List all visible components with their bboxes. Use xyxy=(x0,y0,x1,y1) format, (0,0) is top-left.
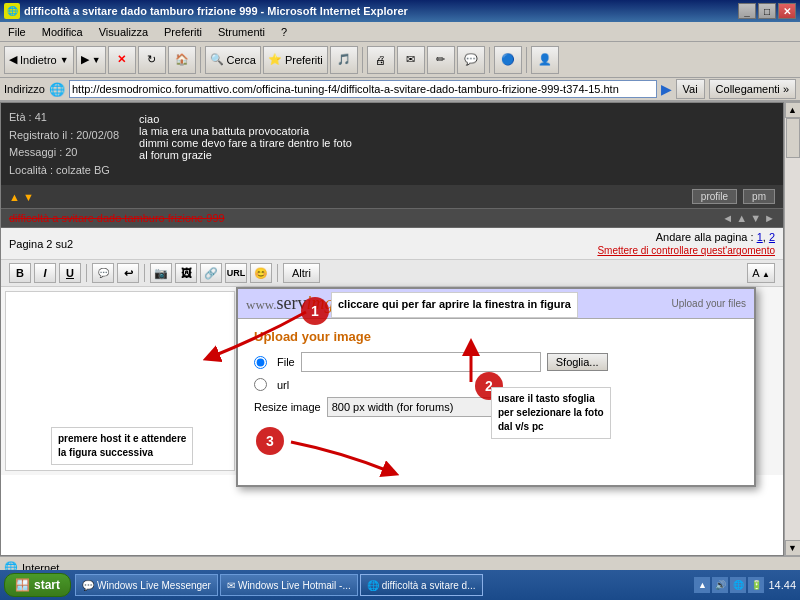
link-button[interactable]: 🔗 xyxy=(200,263,222,283)
discuss-button[interactable]: 💬 xyxy=(457,46,485,74)
italic-button[interactable]: I xyxy=(34,263,56,283)
tray-icon-4: 🔋 xyxy=(748,577,764,593)
scroll-down-button[interactable]: ▼ xyxy=(785,540,801,556)
address-globe-icon: 🌐 xyxy=(49,82,65,97)
altri-button[interactable]: Altri xyxy=(283,263,320,283)
favorites-button[interactable]: ⭐ Preferiti xyxy=(263,46,328,74)
pagination-bar: Pagina 2 su2 Andare alla pagina : 1, 2 S… xyxy=(1,228,783,260)
address-label: Indirizzo xyxy=(4,83,45,95)
sfoglia-button[interactable]: Sfoglia... xyxy=(547,353,608,371)
back-button[interactable]: ◀ Indietro ▼ xyxy=(4,46,74,74)
user-eta: Età : 41 xyxy=(9,109,119,127)
file-input[interactable] xyxy=(301,352,541,372)
address-bar: Indirizzo 🌐 ▶ Vai Collegamenti » xyxy=(0,78,800,102)
taskbar-right: ▲ 🔊 🌐 🔋 14.44 xyxy=(694,577,796,593)
page-2-link[interactable]: 2 xyxy=(769,231,775,243)
url-button[interactable]: URL xyxy=(225,263,247,283)
post-content: ciao la mia era una battuta provocatoria… xyxy=(139,109,775,179)
stop-watching-link[interactable]: Smettere di controllare quest'argomento xyxy=(597,245,775,256)
menu-help[interactable]: ? xyxy=(277,24,291,40)
image-button[interactable]: 📷 xyxy=(150,263,172,283)
underline-button[interactable]: U xyxy=(59,263,81,283)
collegamenti-arrow-icon: » xyxy=(783,83,789,95)
close-button[interactable]: ✕ xyxy=(778,3,796,19)
file-radio[interactable] xyxy=(254,356,267,369)
start-button[interactable]: 🪟 start xyxy=(4,573,71,597)
collegamenti-button[interactable]: Collegamenti » xyxy=(709,79,796,99)
minimize-button[interactable]: _ xyxy=(738,3,756,19)
ed-sep-2 xyxy=(144,264,145,282)
toolbar: ◀ Indietro ▼ ▶ ▼ ✕ ↻ 🏠 🔍 Cerca ⭐ Preferi… xyxy=(0,42,800,78)
menu-preferiti[interactable]: Preferiti xyxy=(160,24,206,40)
scroll-up-button[interactable]: ▲ xyxy=(785,102,801,118)
media-button[interactable]: 🎵 xyxy=(330,46,358,74)
nav-arrows-icon: ▲ ▼ xyxy=(9,191,34,203)
home-button[interactable]: 🏠 xyxy=(168,46,196,74)
pm-button[interactable]: pm xyxy=(743,189,775,204)
vai-button[interactable]: Vai xyxy=(676,79,705,99)
forward-button[interactable]: ▶ ▼ xyxy=(76,46,106,74)
print-button[interactable]: 🖨 xyxy=(367,46,395,74)
video-button[interactable]: 🖼 xyxy=(175,263,197,283)
bluetooth-button[interactable]: 🔵 xyxy=(494,46,522,74)
user-location: Località : colzate BG xyxy=(9,162,119,180)
maximize-button[interactable]: □ xyxy=(758,3,776,19)
vertical-scrollbar[interactable]: ▲ ▼ xyxy=(784,102,800,556)
refresh-button[interactable]: ↻ xyxy=(138,46,166,74)
editor-toolbar: B I U 💬 ↩ 📷 🖼 🔗 URL 😊 Altri A ▲ xyxy=(1,260,783,287)
user-details: Età : 41 Registrato il : 20/02/08 Messag… xyxy=(9,109,119,179)
stop-button[interactable]: ✕ xyxy=(108,46,136,74)
post-line3: al forum grazie xyxy=(139,149,775,161)
search-button[interactable]: 🔍 Cerca xyxy=(205,46,261,74)
forward-arrow-icon: ▶ xyxy=(81,53,89,66)
menu-modifica[interactable]: Modifica xyxy=(38,24,87,40)
user-messages: Messaggi : 20 xyxy=(9,144,119,162)
post-greeting: ciao xyxy=(139,113,775,125)
home-icon: 🏠 xyxy=(175,53,189,66)
edit-button[interactable]: ✏ xyxy=(427,46,455,74)
forum-title-bar: difficoltà a svitare dado tamburo frizio… xyxy=(1,208,783,228)
taskbar-item-1[interactable]: ✉ Windows Live Hotmail -... xyxy=(220,574,358,596)
taskbar-icon-0: 💬 xyxy=(82,580,94,591)
annotation-text-3: premere host it e attenderela figura suc… xyxy=(51,427,193,465)
star-icon: ⭐ xyxy=(268,53,282,66)
address-input[interactable] xyxy=(69,80,657,98)
taskbar-icon-1: ✉ xyxy=(227,580,235,591)
back-dropdown-arrow: ▼ xyxy=(60,55,69,65)
menu-strumenti[interactable]: Strumenti xyxy=(214,24,269,40)
quote-button[interactable]: 💬 xyxy=(92,263,114,283)
profile-button[interactable]: profile xyxy=(692,189,737,204)
scroll-track xyxy=(785,118,800,540)
url-radio[interactable] xyxy=(254,378,267,391)
annotation-text-1: cliccare qui per far aprire la finestra … xyxy=(331,292,578,317)
font-icon: A xyxy=(752,267,759,279)
file-row: File Sfoglia... xyxy=(254,352,738,372)
post-line1: la mia era una battuta provocatoria xyxy=(139,125,775,137)
tray-icon-2: 🔊 xyxy=(712,577,728,593)
page-links: Andare alla pagina : 1, 2 xyxy=(656,231,775,243)
start-icon: 🪟 xyxy=(15,578,30,592)
taskbar-items: 💬 Windows Live Messenger ✉ Windows Live … xyxy=(75,574,694,596)
undo-button[interactable]: ↩ xyxy=(117,263,139,283)
bluetooth-icon: 🔵 xyxy=(501,53,515,66)
resize-select[interactable]: 800 px width (for forums) xyxy=(327,397,507,417)
scroll-thumb[interactable] xyxy=(786,118,800,158)
edit-icon: ✏ xyxy=(436,53,445,66)
mail-button[interactable]: ✉ xyxy=(397,46,425,74)
toolbar-separator-3 xyxy=(489,47,490,73)
forward-dropdown-arrow: ▼ xyxy=(92,55,101,65)
taskbar-item-0[interactable]: 💬 Windows Live Messenger xyxy=(75,574,218,596)
emoji-button[interactable]: 😊 xyxy=(250,263,272,283)
taskbar-item-2[interactable]: 🌐 difficoltà a svitare d... xyxy=(360,574,483,596)
user-button[interactable]: 👤 xyxy=(531,46,559,74)
toolbar-separator-4 xyxy=(526,47,527,73)
annotation-text-2: usare il tasto sfogliaper selezionare la… xyxy=(491,387,611,439)
page-1-link[interactable]: 1 xyxy=(757,231,763,243)
bold-button[interactable]: B xyxy=(9,263,31,283)
menu-file[interactable]: File xyxy=(4,24,30,40)
arrow-right-icon: ▶ xyxy=(661,81,672,97)
font-button[interactable]: A ▲ xyxy=(747,263,775,283)
title-bar: 🌐 difficoltà a svitare dado tamburo friz… xyxy=(0,0,800,22)
window-title: difficoltà a svitare dado tamburo frizio… xyxy=(24,5,408,17)
menu-visualizza[interactable]: Visualizza xyxy=(95,24,152,40)
